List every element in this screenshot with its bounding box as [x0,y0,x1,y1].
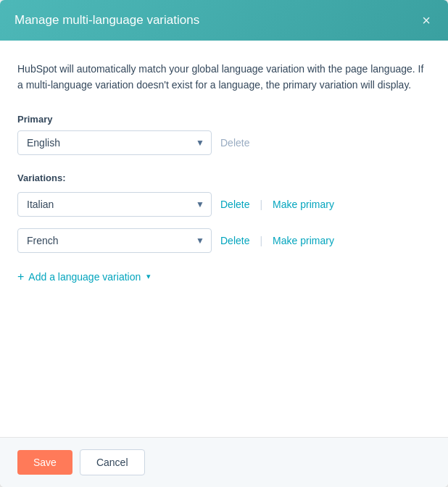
modal-title: Manage multi-language variations [14,13,199,28]
primary-field-group: Primary English French Italian Spanish G… [17,114,431,155]
cancel-button[interactable]: Cancel [80,449,145,475]
variation-row-french: French Italian Spanish German ▼ Delete |… [17,228,431,253]
primary-label: Primary [17,114,431,125]
variation-select-wrapper-italian: Italian French Spanish German ▼ [17,192,212,217]
modal-body: HubSpot will automatically match your gl… [0,41,448,437]
close-button[interactable]: × [419,12,434,29]
primary-select-wrapper: English French Italian Spanish German ▼ [17,130,212,155]
variations-label: Variations: [17,172,431,183]
variation-language-select-french[interactable]: French Italian Spanish German [17,228,212,253]
add-plus-icon: + [17,270,24,283]
variation-select-wrapper-french: French Italian Spanish German ▼ [17,228,212,253]
variations-field-group: Variations: Italian French Spanish Germa… [17,172,431,253]
variation-delete-button-italian[interactable]: Delete [220,199,249,210]
add-variation-chevron-icon: ▾ [146,272,151,281]
variation-language-select-italian[interactable]: Italian French Spanish German [17,192,212,217]
save-button[interactable]: Save [17,450,72,475]
add-language-variation-button[interactable]: + Add a language variation ▾ [17,270,151,283]
variation-delete-button-french[interactable]: Delete [220,235,249,246]
modal-footer: Save Cancel [0,437,448,487]
variation-make-primary-button-french[interactable]: Make primary [273,235,334,246]
primary-field-row: English French Italian Spanish German ▼ … [17,130,431,155]
modal-container: Manage multi-language variations × HubSp… [0,0,448,487]
primary-language-select[interactable]: English French Italian Spanish German [17,130,212,155]
variation-make-primary-button-italian[interactable]: Make primary [273,199,334,210]
primary-delete-button: Delete [220,137,249,149]
add-variation-label: Add a language variation [28,271,141,283]
separator-italian: | [260,199,262,210]
variation-row-italian: Italian French Spanish German ▼ Delete |… [17,192,431,217]
separator-french: | [260,235,262,246]
description-text: HubSpot will automatically match your gl… [17,61,431,93]
modal-header: Manage multi-language variations × [0,0,448,41]
